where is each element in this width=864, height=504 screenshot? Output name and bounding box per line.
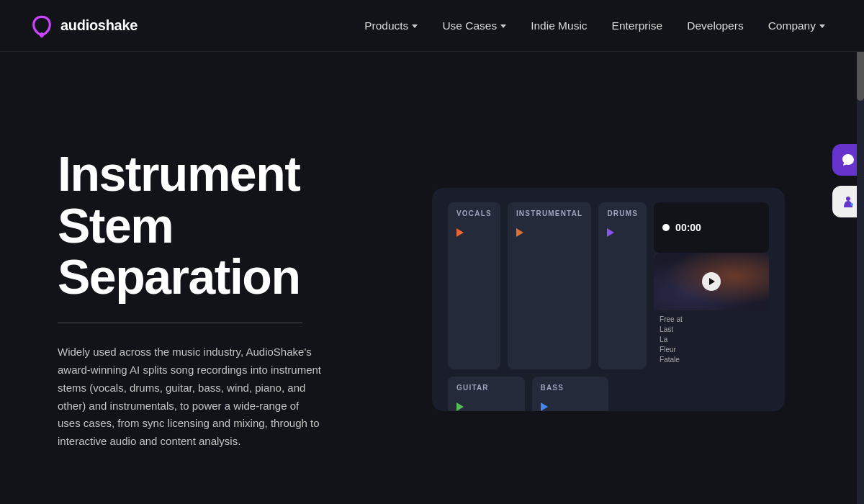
album-cell: Free atLastLaFleurFatale — [654, 253, 769, 369]
play-button-drums[interactable] — [607, 228, 617, 238]
scrollbar-track — [857, 0, 864, 504]
nav-item-products[interactable]: Products — [354, 14, 428, 38]
svg-point-0 — [40, 32, 43, 37]
player-card: VOCALS INSTRUMENTAL DRUMS — [432, 188, 785, 411]
stem-instrumental: INSTRUMENTAL — [508, 202, 592, 369]
nav-item-developers[interactable]: Developers — [677, 14, 753, 38]
nav-links: Products Use Cases Indie Music Enterpris… — [354, 14, 835, 38]
play-button-guitar[interactable] — [456, 402, 467, 411]
accessibility-icon — [840, 194, 856, 210]
stem-grid-top: VOCALS INSTRUMENTAL DRUMS — [448, 202, 769, 369]
album-play-icon — [709, 278, 715, 285]
album-info: Free atLastLaFleurFatale — [654, 310, 769, 369]
time-display: 00:00 — [654, 202, 769, 253]
chevron-down-icon — [500, 24, 506, 28]
logo[interactable]: audioshake — [29, 13, 138, 39]
play-button-instrumental[interactable] — [516, 228, 526, 238]
nav-item-company[interactable]: Company — [758, 14, 835, 38]
album-art — [654, 253, 769, 310]
logo-text: audioshake — [60, 17, 138, 34]
nav-item-usecases[interactable]: Use Cases — [432, 14, 516, 38]
hero-title: Instrument Stem Separation — [58, 148, 403, 302]
hero-left: Instrument Stem Separation Widely used a… — [58, 148, 403, 451]
stem-guitar: GUITAR — [448, 377, 525, 411]
hero-divider — [58, 323, 302, 323]
chevron-down-icon — [819, 24, 825, 28]
chat-icon — [840, 152, 856, 168]
logo-icon — [29, 13, 55, 39]
stem-drums: DRUMS — [598, 202, 647, 369]
album-title-text: Free atLastLaFleurFatale — [660, 315, 683, 364]
hero-description: Widely used across the music industry, A… — [58, 343, 324, 451]
stem-bass: BASS — [532, 377, 609, 411]
nav-item-enterprise[interactable]: Enterprise — [602, 14, 673, 38]
stem-grid-bottom: GUITAR BASS — [448, 377, 769, 411]
nav-item-indiemusic[interactable]: Indie Music — [521, 14, 597, 38]
svg-point-1 — [846, 197, 850, 201]
hero-section: Instrument Stem Separation Widely used a… — [0, 52, 864, 504]
album-play-button[interactable] — [702, 272, 721, 291]
play-button-bass[interactable] — [541, 402, 551, 411]
stem-vocals: VOCALS — [448, 202, 500, 369]
time-dot — [662, 224, 670, 231]
navbar: audioshake Products Use Cases Indie Musi… — [0, 0, 864, 52]
svg-point-2 — [850, 203, 853, 206]
chevron-down-icon — [412, 24, 418, 28]
time-text: 00:00 — [675, 222, 701, 233]
play-button-vocals[interactable] — [456, 228, 467, 238]
